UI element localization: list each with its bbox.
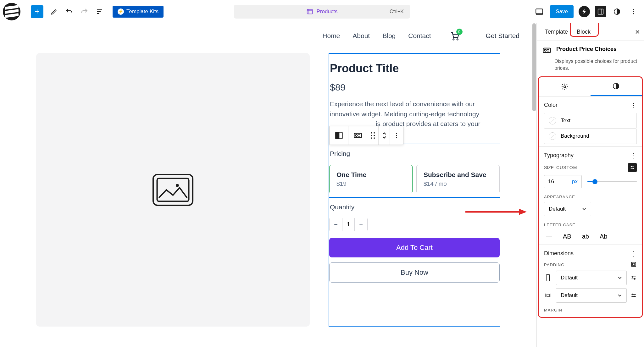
quantity-value[interactable]: 1 <box>342 218 355 231</box>
quantity-label: Quantity <box>329 198 500 215</box>
command-search[interactable]: Products Ctrl+K <box>234 5 410 19</box>
product-title[interactable]: Product Title <box>329 59 500 75</box>
lettercase-lower[interactable]: ab <box>580 231 591 242</box>
add-to-cart-button[interactable]: Add To Cart <box>329 238 500 257</box>
list-view-icon[interactable] <box>95 7 104 16</box>
svg-point-11 <box>633 9 634 10</box>
svg-point-39 <box>564 86 566 88</box>
edit-icon[interactable] <box>50 7 58 16</box>
buy-now-button[interactable]: Buy Now <box>329 262 500 283</box>
block-header-desc: Displays possible choices for product pr… <box>537 57 644 76</box>
svg-rect-6 <box>536 9 543 14</box>
svg-point-33 <box>396 135 397 136</box>
nav-links: Home About Blog Contact <box>322 32 431 40</box>
svg-point-44 <box>633 168 634 169</box>
settings-tab[interactable] <box>539 77 591 96</box>
surecart-icon[interactable] <box>579 6 590 17</box>
size-custom-toggle[interactable] <box>628 163 637 172</box>
cart-badge: 0 <box>456 29 463 35</box>
block-type-icon[interactable] <box>348 126 367 145</box>
lettercase-none[interactable]: — <box>544 231 554 242</box>
svg-point-15 <box>457 39 458 40</box>
svg-point-14 <box>453 39 454 40</box>
svg-point-27 <box>374 132 375 134</box>
padding-select[interactable]: Default <box>556 271 627 285</box>
move-up-down[interactable] <box>379 126 390 145</box>
quantity-decrease[interactable]: − <box>330 218 342 231</box>
svg-point-13 <box>633 13 634 14</box>
padding-vertical-icon <box>544 274 552 281</box>
svg-point-18 <box>176 185 178 186</box>
template-kits-label: Template Kits <box>126 8 158 15</box>
lettercase-cap[interactable]: Ab <box>598 231 609 242</box>
margin-unlink-icon[interactable] <box>630 292 637 299</box>
cart-button[interactable]: 0 <box>450 31 459 41</box>
bolt-icon: ⚡ <box>118 8 124 15</box>
block-options-icon[interactable] <box>390 126 403 145</box>
block-header-icon <box>542 46 551 55</box>
styles-tab[interactable] <box>591 77 642 96</box>
nav-home[interactable]: Home <box>322 32 340 40</box>
canvas-scrollbar[interactable] <box>532 23 536 347</box>
svg-point-12 <box>633 11 634 12</box>
dimensions-section-title: Dimensions <box>544 250 574 257</box>
nav-contact[interactable]: Contact <box>408 32 431 40</box>
get-started-button[interactable]: Get Started <box>485 30 521 42</box>
svg-point-23 <box>355 135 357 136</box>
price-option-subscribe[interactable]: Subscribe and Save $14 / mo <box>416 165 500 193</box>
quantity-stepper: − 1 + <box>329 218 368 231</box>
more-menu-icon[interactable] <box>628 6 639 17</box>
contrast-icon[interactable] <box>611 6 623 17</box>
parent-block-icon[interactable] <box>330 126 348 145</box>
add-block-button[interactable]: + <box>31 5 43 18</box>
drag-handle-icon[interactable] <box>367 126 379 145</box>
lettercase-label: LETTER CASE <box>544 223 637 227</box>
appearance-select[interactable]: Default <box>544 202 591 216</box>
font-size-input[interactable]: 16 px <box>544 175 582 188</box>
product-form-block[interactable]: Product Title $89 Experience the next le… <box>329 53 500 327</box>
lettercase-upper[interactable]: AB <box>561 231 573 242</box>
price-option-one-time[interactable]: One Time $19 <box>329 165 413 193</box>
svg-point-34 <box>396 137 397 138</box>
close-sidebar-button[interactable]: ✕ <box>635 28 640 36</box>
typography-section-options[interactable]: ⋮ <box>630 152 637 159</box>
svg-rect-16 <box>153 174 193 205</box>
padding-unlink-icon[interactable] <box>630 275 637 281</box>
nav-about[interactable]: About <box>353 32 370 40</box>
pricing-label: Pricing <box>329 144 500 161</box>
svg-rect-56 <box>547 294 549 297</box>
svg-point-36 <box>544 49 546 51</box>
tab-template[interactable]: Template <box>541 24 572 40</box>
padding-link-icon[interactable] <box>630 261 637 267</box>
typography-section-title: Typography <box>544 152 574 159</box>
product-image-placeholder[interactable] <box>36 53 310 327</box>
redo-icon[interactable] <box>80 7 89 16</box>
product-price[interactable]: $89 <box>329 75 500 93</box>
font-size-slider[interactable] <box>587 181 637 182</box>
color-section-options[interactable]: ⋮ <box>630 102 637 109</box>
color-background-row[interactable]: Background <box>544 129 637 144</box>
undo-icon[interactable] <box>65 7 74 16</box>
quantity-increase[interactable]: + <box>355 218 367 231</box>
settings-panel-toggle[interactable] <box>595 6 606 17</box>
dimensions-section-options[interactable]: ⋮ <box>630 250 637 257</box>
responsive-icon[interactable] <box>534 6 545 17</box>
search-shortcut: Ctrl+K <box>390 9 404 14</box>
color-section-title: Color <box>544 102 558 108</box>
color-text-row[interactable]: Text <box>544 113 637 129</box>
svg-rect-45 <box>631 262 636 266</box>
block-floating-toolbar <box>329 126 403 145</box>
template-kits-button[interactable]: ⚡ Template Kits <box>113 6 164 18</box>
margin-icon <box>544 293 552 298</box>
save-button[interactable]: Save <box>550 5 574 18</box>
svg-point-26 <box>371 132 372 134</box>
annotation-styles-panel: Color ⋮ Text Background Typography ⋮ <box>538 76 643 318</box>
site-logo[interactable] <box>0 0 23 23</box>
svg-rect-46 <box>633 263 635 265</box>
nav-blog[interactable]: Blog <box>382 32 396 40</box>
color-swatch-empty-icon <box>549 132 556 140</box>
svg-point-43 <box>631 166 632 167</box>
search-label: Products <box>316 8 337 15</box>
margin-select[interactable]: Default <box>556 288 627 303</box>
appearance-label: APPEARANCE <box>544 195 637 199</box>
